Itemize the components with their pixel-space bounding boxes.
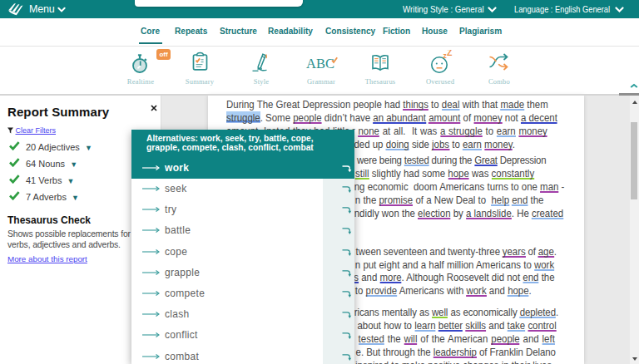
- svg-text:Z: Z: [447, 50, 453, 57]
- svg-text:ABC: ABC: [306, 56, 334, 71]
